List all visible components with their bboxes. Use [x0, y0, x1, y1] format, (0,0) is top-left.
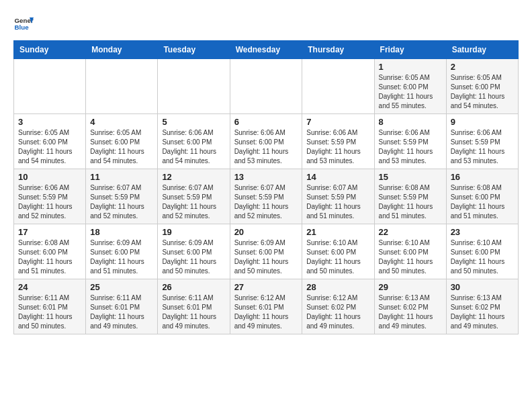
- day-info: Sunrise: 6:12 AMSunset: 6:01 PMDaylight:…: [234, 293, 298, 331]
- calendar-week-5: 24Sunrise: 6:11 AMSunset: 6:01 PMDayligh…: [14, 279, 519, 334]
- svg-text:Blue: Blue: [15, 24, 30, 31]
- day-number: 22: [379, 227, 442, 237]
- calendar-cell: 5Sunrise: 6:06 AMSunset: 6:00 PMDaylight…: [158, 114, 230, 169]
- day-header-tuesday: Tuesday: [158, 41, 230, 59]
- day-info: Sunrise: 6:06 AMSunset: 5:59 PMDaylight:…: [451, 128, 514, 166]
- day-number: 6: [234, 117, 298, 127]
- calendar-table: SundayMondayTuesdayWednesdayThursdayFrid…: [13, 40, 519, 334]
- day-info: Sunrise: 6:05 AMSunset: 6:00 PMDaylight:…: [379, 73, 442, 111]
- calendar-cell: 10Sunrise: 6:06 AMSunset: 5:59 PMDayligh…: [14, 169, 86, 224]
- day-info: Sunrise: 6:11 AMSunset: 6:01 PMDaylight:…: [90, 293, 153, 331]
- day-number: 20: [234, 227, 298, 237]
- calendar-cell: 2Sunrise: 6:05 AMSunset: 6:00 PMDaylight…: [446, 59, 518, 114]
- calendar-cell: 9Sunrise: 6:06 AMSunset: 5:59 PMDaylight…: [446, 114, 518, 169]
- calendar-cell: [86, 59, 158, 114]
- calendar-cell: 18Sunrise: 6:09 AMSunset: 6:00 PMDayligh…: [86, 224, 158, 279]
- day-number: 13: [234, 172, 298, 182]
- logo: General Blue: [13, 13, 34, 34]
- day-info: Sunrise: 6:06 AMSunset: 5:59 PMDaylight:…: [306, 128, 369, 166]
- day-number: 29: [379, 282, 442, 292]
- day-info: Sunrise: 6:06 AMSunset: 5:59 PMDaylight:…: [18, 183, 81, 221]
- calendar-cell: 20Sunrise: 6:09 AMSunset: 6:00 PMDayligh…: [230, 224, 302, 279]
- calendar-cell: 25Sunrise: 6:11 AMSunset: 6:01 PMDayligh…: [86, 279, 158, 334]
- day-number: 28: [306, 282, 369, 292]
- day-number: 27: [234, 282, 298, 292]
- day-info: Sunrise: 6:10 AMSunset: 6:00 PMDaylight:…: [306, 238, 369, 276]
- day-number: 7: [306, 117, 369, 127]
- day-number: 25: [90, 282, 153, 292]
- calendar-week-2: 3Sunrise: 6:05 AMSunset: 6:00 PMDaylight…: [14, 114, 519, 169]
- day-info: Sunrise: 6:08 AMSunset: 6:00 PMDaylight:…: [451, 183, 514, 221]
- calendar-cell: 12Sunrise: 6:07 AMSunset: 5:59 PMDayligh…: [158, 169, 230, 224]
- day-number: 21: [306, 227, 369, 237]
- day-info: Sunrise: 6:11 AMSunset: 6:01 PMDaylight:…: [18, 293, 81, 331]
- calendar-week-1: 1Sunrise: 6:05 AMSunset: 6:00 PMDaylight…: [14, 59, 519, 114]
- day-number: 9: [451, 117, 514, 127]
- day-info: Sunrise: 6:06 AMSunset: 6:00 PMDaylight:…: [234, 128, 298, 166]
- calendar-week-3: 10Sunrise: 6:06 AMSunset: 5:59 PMDayligh…: [14, 169, 519, 224]
- day-info: Sunrise: 6:10 AMSunset: 6:00 PMDaylight:…: [379, 238, 442, 276]
- day-number: 4: [90, 117, 153, 127]
- day-number: 12: [162, 172, 225, 182]
- calendar-cell: 13Sunrise: 6:07 AMSunset: 5:59 PMDayligh…: [230, 169, 302, 224]
- day-header-monday: Monday: [86, 41, 158, 59]
- day-info: Sunrise: 6:06 AMSunset: 6:00 PMDaylight:…: [162, 128, 225, 166]
- calendar-cell: 1Sunrise: 6:05 AMSunset: 6:00 PMDaylight…: [374, 59, 446, 114]
- day-header-friday: Friday: [374, 41, 446, 59]
- calendar-cell: [158, 59, 230, 114]
- day-info: Sunrise: 6:09 AMSunset: 6:00 PMDaylight:…: [90, 238, 153, 276]
- day-info: Sunrise: 6:11 AMSunset: 6:01 PMDaylight:…: [162, 293, 225, 331]
- calendar-cell: [14, 59, 86, 114]
- day-number: 26: [162, 282, 225, 292]
- calendar-cell: 8Sunrise: 6:06 AMSunset: 5:59 PMDaylight…: [374, 114, 446, 169]
- calendar-cell: 22Sunrise: 6:10 AMSunset: 6:00 PMDayligh…: [374, 224, 446, 279]
- calendar-cell: 19Sunrise: 6:09 AMSunset: 6:00 PMDayligh…: [158, 224, 230, 279]
- logo-icon: General Blue: [13, 13, 34, 34]
- day-number: 15: [379, 172, 442, 182]
- calendar-cell: 21Sunrise: 6:10 AMSunset: 6:00 PMDayligh…: [302, 224, 374, 279]
- day-info: Sunrise: 6:05 AMSunset: 6:00 PMDaylight:…: [451, 73, 514, 111]
- calendar-header: SundayMondayTuesdayWednesdayThursdayFrid…: [14, 41, 519, 59]
- day-info: Sunrise: 6:07 AMSunset: 5:59 PMDaylight:…: [90, 183, 153, 221]
- day-info: Sunrise: 6:07 AMSunset: 5:59 PMDaylight:…: [306, 183, 369, 221]
- day-number: 2: [451, 62, 514, 72]
- day-number: 30: [451, 282, 514, 292]
- day-number: 18: [90, 227, 153, 237]
- day-info: Sunrise: 6:10 AMSunset: 6:00 PMDaylight:…: [451, 238, 514, 276]
- day-info: Sunrise: 6:07 AMSunset: 5:59 PMDaylight:…: [162, 183, 225, 221]
- day-number: 10: [18, 172, 81, 182]
- calendar-cell: 3Sunrise: 6:05 AMSunset: 6:00 PMDaylight…: [14, 114, 86, 169]
- calendar-cell: 16Sunrise: 6:08 AMSunset: 6:00 PMDayligh…: [446, 169, 518, 224]
- day-header-thursday: Thursday: [302, 41, 374, 59]
- day-number: 3: [18, 117, 81, 127]
- day-number: 5: [162, 117, 225, 127]
- calendar-cell: 7Sunrise: 6:06 AMSunset: 5:59 PMDaylight…: [302, 114, 374, 169]
- day-number: 19: [162, 227, 225, 237]
- day-info: Sunrise: 6:09 AMSunset: 6:00 PMDaylight:…: [234, 238, 298, 276]
- calendar-cell: 28Sunrise: 6:12 AMSunset: 6:02 PMDayligh…: [302, 279, 374, 334]
- day-info: Sunrise: 6:07 AMSunset: 5:59 PMDaylight:…: [234, 183, 298, 221]
- calendar-cell: 23Sunrise: 6:10 AMSunset: 6:00 PMDayligh…: [446, 224, 518, 279]
- day-info: Sunrise: 6:08 AMSunset: 5:59 PMDaylight:…: [379, 183, 442, 221]
- day-number: 14: [306, 172, 369, 182]
- day-info: Sunrise: 6:05 AMSunset: 6:00 PMDaylight:…: [18, 128, 81, 166]
- day-number: 23: [451, 227, 514, 237]
- day-info: Sunrise: 6:06 AMSunset: 5:59 PMDaylight:…: [379, 128, 442, 166]
- calendar-cell: 26Sunrise: 6:11 AMSunset: 6:01 PMDayligh…: [158, 279, 230, 334]
- calendar-body: 1Sunrise: 6:05 AMSunset: 6:00 PMDaylight…: [14, 59, 519, 334]
- calendar-week-4: 17Sunrise: 6:08 AMSunset: 6:00 PMDayligh…: [14, 224, 519, 279]
- day-number: 17: [18, 227, 81, 237]
- day-number: 8: [379, 117, 442, 127]
- day-info: Sunrise: 6:09 AMSunset: 6:00 PMDaylight:…: [162, 238, 225, 276]
- calendar-cell: 27Sunrise: 6:12 AMSunset: 6:01 PMDayligh…: [230, 279, 302, 334]
- calendar-cell: 30Sunrise: 6:13 AMSunset: 6:02 PMDayligh…: [446, 279, 518, 334]
- calendar-cell: 6Sunrise: 6:06 AMSunset: 6:00 PMDaylight…: [230, 114, 302, 169]
- day-number: 11: [90, 172, 153, 182]
- calendar-cell: 4Sunrise: 6:05 AMSunset: 6:00 PMDaylight…: [86, 114, 158, 169]
- calendar-cell: 15Sunrise: 6:08 AMSunset: 5:59 PMDayligh…: [374, 169, 446, 224]
- calendar-cell: 11Sunrise: 6:07 AMSunset: 5:59 PMDayligh…: [86, 169, 158, 224]
- day-header-saturday: Saturday: [446, 41, 518, 59]
- day-number: 16: [451, 172, 514, 182]
- day-info: Sunrise: 6:13 AMSunset: 6:02 PMDaylight:…: [379, 293, 442, 331]
- calendar-cell: 24Sunrise: 6:11 AMSunset: 6:01 PMDayligh…: [14, 279, 86, 334]
